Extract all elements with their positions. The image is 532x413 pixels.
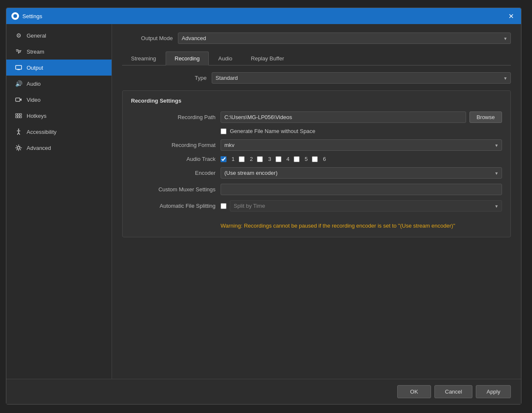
auto-split-control: Split by Time ▼ <box>221 200 502 212</box>
svg-rect-4 <box>16 98 20 101</box>
audio-tracks-group: 1 2 3 4 <box>221 156 326 162</box>
track-item-2: 2 <box>239 156 253 162</box>
custom-muxer-row: Custom Muxer Settings <box>131 184 502 195</box>
dialog-body: ⚙ General Stream <box>6 24 521 379</box>
recording-path-row: Recording Path Browse <box>131 111 502 123</box>
sidebar-item-advanced[interactable]: Advanced <box>6 140 112 156</box>
recording-path-control: Browse <box>221 111 502 123</box>
tab-streaming[interactable]: Streaming <box>122 52 165 65</box>
sidebar-label-accessibility: Accessibility <box>27 129 57 135</box>
dialog-title: Settings <box>22 13 42 19</box>
generate-filename-checkbox[interactable] <box>221 128 226 134</box>
sidebar-item-general[interactable]: ⚙ General <box>6 27 112 43</box>
generate-filename-label[interactable]: Generate File Name without Space <box>230 128 315 134</box>
type-select[interactable]: Standard Custom FFmpeg Recording <box>212 72 511 84</box>
tab-audio[interactable]: Audio <box>210 52 241 65</box>
tabs-container: Streaming Recording Audio Replay Buffer <box>122 52 511 65</box>
encoder-row: Encoder (Use stream encoder) x264 NVENC … <box>131 167 502 179</box>
apply-button[interactable]: Apply <box>476 385 511 398</box>
svg-line-14 <box>17 133 19 135</box>
svg-line-15 <box>19 133 20 135</box>
stream-icon <box>15 48 22 55</box>
sidebar-item-output[interactable]: Output <box>6 60 112 76</box>
track-item-4: 4 <box>276 156 289 162</box>
recording-path-label: Recording Path <box>131 114 216 120</box>
ok-button[interactable]: OK <box>397 385 431 398</box>
svg-rect-6 <box>18 114 19 115</box>
track-item-5: 5 <box>294 156 308 162</box>
track-5-checkbox[interactable] <box>294 156 300 162</box>
encoder-select[interactable]: (Use stream encoder) x264 NVENC H.264 AM… <box>221 167 502 179</box>
gear-icon: ⚙ <box>15 32 22 39</box>
audio-track-row: Audio Track 1 2 <box>131 156 502 162</box>
sidebar-label-audio: Audio <box>27 81 41 87</box>
sidebar-item-hotkeys[interactable]: Hotkeys <box>6 108 112 124</box>
encoder-select-wrapper: (Use stream encoder) x264 NVENC H.264 AM… <box>221 167 502 179</box>
tab-replay-buffer[interactable]: Replay Buffer <box>242 52 293 65</box>
output-mode-row: Output Mode Simple Advanced ▼ <box>122 33 511 44</box>
track-4-label[interactable]: 4 <box>286 156 289 162</box>
track-3-checkbox[interactable] <box>257 156 263 162</box>
recording-settings-section: Recording Settings Recording Path Browse <box>122 90 511 237</box>
type-control: Standard Custom FFmpeg Recording ▼ <box>212 72 511 84</box>
track-3-label[interactable]: 3 <box>268 156 271 162</box>
sidebar-item-stream[interactable]: Stream <box>6 43 112 60</box>
sidebar-item-audio[interactable]: 🔊 Audio <box>6 76 112 92</box>
track-4-checkbox[interactable] <box>276 156 281 162</box>
app-icon <box>11 12 19 20</box>
type-select-wrapper: Standard Custom FFmpeg Recording ▼ <box>212 72 511 84</box>
sidebar-label-video: Video <box>27 97 41 103</box>
svg-point-0 <box>13 14 17 18</box>
track-1-checkbox[interactable] <box>221 156 226 162</box>
generate-filename-control: Generate File Name without Space <box>221 128 502 134</box>
cancel-button[interactable]: Cancel <box>434 385 472 398</box>
close-button[interactable]: ✕ <box>506 11 516 21</box>
hotkeys-icon <box>15 112 22 120</box>
section-title: Recording Settings <box>131 98 502 106</box>
sidebar-label-general: General <box>27 33 46 39</box>
svg-point-11 <box>18 129 19 130</box>
output-icon <box>15 64 22 71</box>
custom-muxer-input[interactable] <box>221 184 502 195</box>
recording-format-select[interactable]: mkv mp4 mov flv ts m3u8 <box>221 139 502 151</box>
recording-format-select-wrapper: mkv mp4 mov flv ts m3u8 ▼ <box>221 139 502 151</box>
track-item-6: 6 <box>312 156 326 162</box>
sidebar-label-output: Output <box>27 65 43 71</box>
track-2-checkbox[interactable] <box>239 156 245 162</box>
tab-recording[interactable]: Recording <box>166 52 208 65</box>
auto-split-label: Automatic File Splitting <box>131 203 216 209</box>
sidebar-item-accessibility[interactable]: Accessibility <box>6 124 112 140</box>
audio-track-control: 1 2 3 4 <box>221 156 502 162</box>
track-item-3: 3 <box>257 156 271 162</box>
warning-control: Warning: Recordings cannot be paused if … <box>221 217 502 230</box>
svg-rect-7 <box>20 114 22 115</box>
generate-filename-row: Generate File Name without Space <box>131 128 502 134</box>
recording-path-input[interactable] <box>221 111 466 123</box>
type-row: Type Standard Custom FFmpeg Recording ▼ <box>122 72 511 84</box>
auto-split-row: Automatic File Splitting Split by Time ▼ <box>131 200 502 212</box>
custom-muxer-control <box>221 184 502 195</box>
svg-rect-5 <box>16 114 17 115</box>
sidebar: ⚙ General Stream <box>6 24 112 379</box>
track-1-label[interactable]: 1 <box>232 156 235 162</box>
auto-split-select[interactable]: Split by Time <box>230 200 502 212</box>
track-6-label[interactable]: 6 <box>323 156 326 162</box>
track-5-label[interactable]: 5 <box>305 156 308 162</box>
output-mode-select[interactable]: Simple Advanced <box>178 33 511 44</box>
main-panel: Output Mode Simple Advanced ▼ Streaming … <box>112 24 521 379</box>
output-mode-label: Output Mode <box>122 35 173 41</box>
recording-format-label: Recording Format <box>131 142 216 148</box>
svg-rect-10 <box>20 116 22 118</box>
auto-split-checkbox[interactable] <box>221 203 226 209</box>
settings-dialog: Settings ✕ ⚙ General Stream <box>6 8 521 405</box>
audio-track-label: Audio Track <box>131 156 216 162</box>
accessibility-icon <box>15 128 22 136</box>
warning-row: Warning: Recordings cannot be paused if … <box>131 217 502 230</box>
dialog-footer: OK Cancel Apply <box>6 379 521 404</box>
recording-format-control: mkv mp4 mov flv ts m3u8 ▼ <box>221 139 502 151</box>
track-6-checkbox[interactable] <box>312 156 318 162</box>
sidebar-item-video[interactable]: Video <box>6 92 112 108</box>
track-item-1: 1 <box>221 156 235 162</box>
browse-button[interactable]: Browse <box>469 111 502 123</box>
track-2-label[interactable]: 2 <box>250 156 253 162</box>
